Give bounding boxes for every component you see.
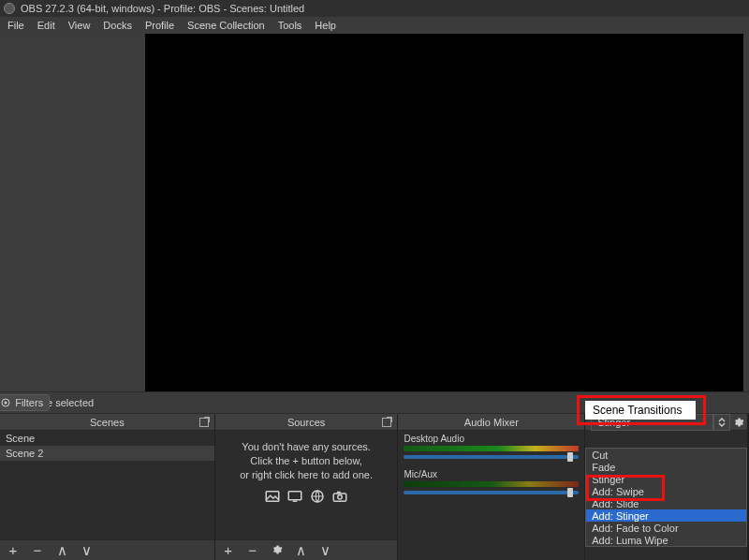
svg-point-1 — [5, 402, 7, 405]
scene-transitions-dock: Stinger Cut Fade Stinger Add: Swipe Add:… — [585, 414, 748, 560]
transitions-body: Cut Fade Stinger Add: Swipe Add: Slide A… — [585, 431, 747, 560]
scene-item[interactable]: Scene — [0, 431, 214, 446]
svg-point-7 — [338, 494, 343, 499]
preview-canvas[interactable] — [145, 34, 743, 391]
scenes-popout-icon[interactable] — [198, 417, 211, 428]
scenes-dock: Scenes Scene Scene 2 + − ∧ ∨ — [0, 414, 215, 560]
scenes-footer: + − ∧ ∨ — [0, 539, 214, 560]
menu-view[interactable]: View — [68, 20, 91, 31]
annotation-label-text: Scene Transitions — [593, 404, 682, 417]
sources-empty-line: You don't have any sources. — [223, 440, 390, 454]
title-bar: OBS 27.2.3 (64-bit, windows) - Profile: … — [0, 0, 749, 17]
transition-option[interactable]: Fade — [586, 461, 746, 473]
volume-slider[interactable] — [404, 455, 579, 459]
mixer-track: Desktop Audio — [398, 431, 584, 459]
scenes-remove-button[interactable]: − — [30, 542, 45, 558]
track-label: Desktop Audio — [404, 434, 579, 444]
sources-dock: Sources You don't have any sources. Clic… — [215, 414, 399, 560]
sources-add-button[interactable]: + — [221, 542, 236, 558]
transition-option[interactable]: Add: Fade to Color — [586, 522, 746, 534]
sources-settings-button[interactable] — [270, 542, 285, 558]
workspace-left-pad — [0, 34, 145, 391]
globe-icon — [309, 488, 326, 505]
transition-option[interactable]: Add: Swipe — [586, 485, 746, 497]
menu-help[interactable]: Help — [315, 20, 336, 31]
sources-popout-icon[interactable] — [380, 417, 393, 428]
filters-button[interactable]: Filters — [0, 394, 50, 411]
menu-tools[interactable]: Tools — [278, 20, 302, 31]
workspace — [0, 34, 749, 391]
workspace-right-pad — [743, 34, 749, 391]
gear-icon — [272, 544, 283, 555]
filters-label: Filters — [15, 397, 43, 408]
transition-dropdown-list[interactable]: Cut Fade Stinger Add: Swipe Add: Slide A… — [585, 448, 747, 547]
volume-slider[interactable] — [404, 491, 579, 494]
menu-file[interactable]: File — [7, 20, 24, 31]
svg-rect-8 — [337, 491, 341, 493]
sources-footer: + − ∧ ∨ — [215, 539, 398, 560]
svg-rect-4 — [293, 500, 298, 502]
sources-body[interactable]: You don't have any sources. Click the + … — [215, 431, 398, 539]
transition-option[interactable]: Add: Slide — [586, 497, 746, 509]
image-icon — [264, 488, 281, 505]
sources-up-button[interactable]: ∧ — [294, 542, 309, 559]
transition-option[interactable]: Add: Stinger — [586, 509, 746, 522]
camera-icon — [331, 488, 348, 505]
transition-option[interactable]: Cut — [586, 449, 746, 461]
menu-profile[interactable]: Profile — [145, 20, 174, 31]
display-icon — [286, 488, 303, 505]
gear-icon — [733, 417, 744, 428]
scenes-down-button[interactable]: ∨ — [79, 542, 94, 559]
sources-remove-button[interactable]: − — [245, 542, 260, 558]
filters-icon — [0, 397, 11, 408]
transition-settings-button[interactable] — [730, 414, 747, 431]
audio-meter — [404, 481, 579, 487]
mixer-header: Audio Mixer — [398, 414, 584, 431]
transition-option[interactable]: Add: Luma Wipe — [586, 534, 746, 546]
menu-edit[interactable]: Edit — [37, 20, 55, 31]
mixer-track: Mic/Aux — [398, 466, 584, 494]
mixer-title: Audio Mixer — [464, 417, 519, 428]
audio-meter — [404, 446, 579, 451]
sources-header: Sources — [215, 414, 398, 431]
menu-docks[interactable]: Docks — [103, 20, 132, 31]
sources-title: Sources — [287, 417, 325, 428]
menu-bar: File Edit View Docks Profile Scene Colle… — [0, 17, 749, 34]
updown-icon — [717, 418, 727, 427]
app-icon — [4, 3, 15, 14]
scenes-up-button[interactable]: ∧ — [54, 542, 69, 559]
sources-empty-text: You don't have any sources. Click the + … — [215, 431, 398, 508]
window-title: OBS 27.2.3 (64-bit, windows) - Profile: … — [21, 3, 304, 14]
sources-empty-line: or right click here to add one. — [223, 468, 390, 482]
svg-rect-3 — [288, 491, 301, 499]
scenes-title: Scenes — [90, 417, 125, 428]
audio-mixer-dock: Audio Mixer Desktop Audio Mic/Aux — [398, 414, 585, 560]
sources-empty-icons — [223, 488, 390, 505]
transition-option[interactable]: Stinger — [586, 473, 746, 485]
dock-row: Scenes Scene Scene 2 + − ∧ ∨ Sources You… — [0, 414, 749, 560]
scenes-list[interactable]: Scene Scene 2 — [0, 431, 214, 539]
annotation-scene-transitions-label: Scene Transitions — [585, 401, 696, 420]
svg-rect-2 — [266, 491, 279, 501]
transition-dropdown-button[interactable] — [713, 414, 730, 431]
mixer-body: Desktop Audio Mic/Aux — [398, 431, 584, 560]
scenes-add-button[interactable]: + — [6, 542, 21, 558]
scenes-header: Scenes — [0, 414, 214, 431]
scene-item[interactable]: Scene 2 — [0, 446, 214, 461]
track-label: Mic/Aux — [404, 469, 579, 479]
sources-empty-line: Click the + button below, — [223, 454, 390, 468]
menu-scene-collection[interactable]: Scene Collection — [187, 20, 265, 31]
sources-down-button[interactable]: ∨ — [318, 542, 333, 559]
